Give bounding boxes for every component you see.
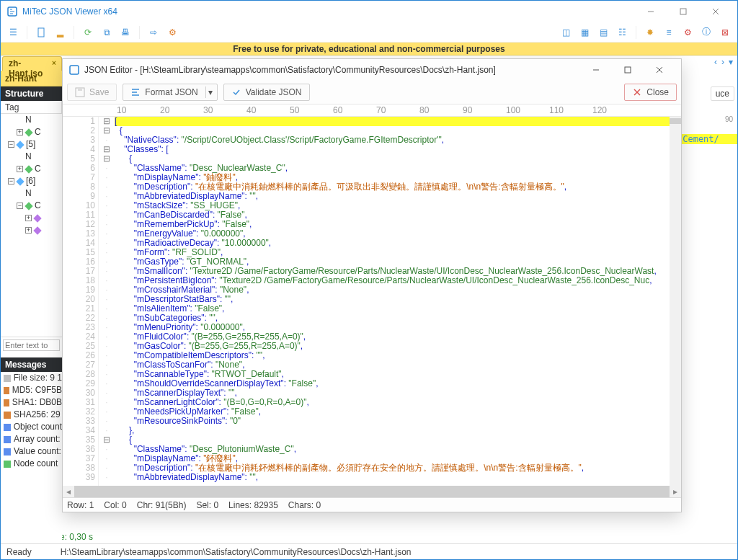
window-icon[interactable]: ◫: [558, 25, 574, 40]
tree-row[interactable]: +C: [1, 163, 62, 175]
tree-icon[interactable]: ☷: [614, 25, 630, 40]
close-icon: [632, 87, 642, 97]
tree-row[interactable]: −[5]: [1, 138, 62, 151]
message-item: File size: 9 1: [1, 372, 62, 384]
minimize-button[interactable]: [634, 1, 667, 22]
svg-rect-5: [38, 28, 44, 37]
editor-toolbar: Save Format JSON ▾ Validate JSON Close: [63, 81, 681, 101]
print-icon[interactable]: 🖶: [117, 25, 133, 40]
status-path: H:\SteamLibrary\steamapps\common\Satisfa…: [61, 547, 412, 557]
message-item: Value count:: [1, 445, 62, 458]
message-item: Object count: [1, 421, 62, 433]
tree-row[interactable]: +: [1, 212, 62, 224]
tree-row[interactable]: −[6]: [1, 175, 62, 187]
tab-prev-icon[interactable]: ‹: [714, 57, 717, 69]
status-col: Col: 0: [104, 500, 126, 510]
format-icon: [130, 87, 141, 97]
status-ready: Ready: [6, 547, 32, 557]
exit-icon[interactable]: ⊠: [717, 25, 733, 40]
tool-icon[interactable]: ⚙: [164, 25, 180, 40]
fold-gutter[interactable]: ⊟⊟·⊟⊟·····························⊟····: [99, 117, 115, 486]
main-statusbar: Ready H:\SteamLibrary\steamapps\common\S…: [1, 543, 737, 559]
validate-icon: [231, 87, 241, 97]
message-item: Array count:: [1, 433, 62, 445]
chevron-down-icon[interactable]: ▾: [205, 86, 215, 98]
app-icon: [6, 6, 18, 17]
horizontal-scrollbar[interactable]: ◂▸: [63, 486, 681, 497]
structure-header: Structure: [1, 86, 62, 101]
editor-minimize-button[interactable]: [580, 60, 612, 80]
svg-rect-12: [78, 88, 82, 91]
export-icon[interactable]: ⇨: [146, 25, 161, 40]
menu-icon[interactable]: ☰: [5, 25, 21, 40]
editor-maximize-button[interactable]: [612, 60, 644, 80]
main-toolbar: ☰ ▂ ⟳ ⧉ 🖶 ⇨ ⚙ ◫ ▦ ▤ ☷ ✸ ≡ ⚙ ⓘ ⊠: [1, 22, 737, 43]
tree-row[interactable]: N: [1, 151, 62, 163]
structure-tree[interactable]: N+C−[5]N+C−[6]N−C++: [1, 114, 62, 337]
grid-icon[interactable]: ▦: [577, 25, 592, 40]
editor-title: JSON Editor - [H:\SteamLibrary\steamapps…: [84, 65, 496, 75]
message-item: Node count: [1, 458, 62, 470]
svg-rect-8: [625, 67, 631, 73]
ruler-tick: 90: [725, 115, 733, 123]
star-icon[interactable]: ✸: [642, 25, 658, 40]
info-icon[interactable]: ⓘ: [698, 25, 714, 40]
svg-rect-2: [680, 9, 686, 14]
status-row: Row: 1: [67, 500, 94, 510]
layout-icon[interactable]: ▤: [595, 25, 611, 40]
gear-icon[interactable]: ⚙: [680, 25, 695, 40]
open-icon[interactable]: ▂: [52, 25, 68, 40]
editor-titlebar[interactable]: JSON Editor - [H:\SteamLibrary\steamapps…: [63, 59, 681, 81]
free-banner: Free to use for private, educational and…: [1, 43, 737, 55]
tree-row[interactable]: N: [1, 114, 62, 126]
messages-list: File size: 9 1MD5: C9F5BSHA1: DB0BSHA256…: [1, 372, 62, 470]
new-icon[interactable]: [33, 25, 49, 40]
highlighted-path: /Cement/: [676, 134, 737, 144]
format-json-button[interactable]: Format JSON ▾: [123, 84, 217, 101]
file-tab-label: zh-Hant.jso: [9, 58, 43, 79]
tab-menu-icon[interactable]: ▾: [729, 57, 733, 69]
close-editor-button[interactable]: Close: [624, 84, 677, 101]
tree-row[interactable]: N: [1, 187, 62, 200]
message-item: SHA256: 29: [1, 409, 62, 421]
vertical-scrollbar[interactable]: [670, 117, 681, 486]
status-lines: Lines: 82935: [228, 500, 278, 510]
left-panel: zh-Hant.jso × zh-Hant Structure Tag N+C−…: [1, 55, 62, 543]
save-button[interactable]: Save: [67, 84, 117, 101]
uce-button[interactable]: uce: [711, 86, 734, 101]
status-chars: Chars: 0: [288, 500, 321, 510]
save-icon: [75, 87, 85, 97]
editor-icon: [68, 64, 80, 76]
tab-next-icon[interactable]: ›: [721, 57, 724, 69]
message-item: SHA1: DB0B: [1, 396, 62, 409]
status-chr: Chr: 91(5Bh): [137, 500, 187, 510]
file-tab[interactable]: zh-Hant.jso ×: [2, 56, 62, 71]
status-sel: Sel: 0: [196, 500, 218, 510]
tree-row[interactable]: +C: [1, 126, 62, 138]
main-window: MiTeC JSON Viewer x64 ☰ ▂ ⟳ ⧉ 🖶 ⇨ ⚙ ◫ ▦ …: [0, 0, 738, 560]
filter-input[interactable]: [3, 339, 60, 351]
maximize-button[interactable]: [667, 1, 699, 22]
refresh-icon[interactable]: ⟳: [80, 25, 96, 40]
copy-icon[interactable]: ⧉: [99, 25, 115, 40]
validate-json-button[interactable]: Validate JSON: [223, 84, 310, 101]
close-icon[interactable]: ×: [50, 59, 58, 68]
editor-window: JSON Editor - [H:\SteamLibrary\steamapps…: [62, 58, 682, 512]
code-area[interactable]: [ { "NativeClass": "/Script/CoreUObject.…: [115, 117, 681, 486]
editor-close-button[interactable]: [644, 60, 675, 80]
right-strip: ‹ › ▾ uce 90 /Cement/: [676, 55, 737, 144]
main-titlebar[interactable]: MiTeC JSON Viewer x64: [1, 1, 737, 22]
messages-header: Messages: [1, 357, 62, 372]
parsing-time: Parsing time: 0,30 s: [1, 530, 737, 543]
message-item: MD5: C9F5B: [1, 384, 62, 396]
line-gutter: 1234567891011121314151617181920212223242…: [63, 117, 99, 486]
app-title: MiTeC JSON Viewer x64: [22, 6, 117, 17]
editor-statusbar: Row: 1 Col: 0 Chr: 91(5Bh) Sel: 0 Lines:…: [63, 497, 681, 512]
close-button[interactable]: [699, 1, 732, 22]
tree-row[interactable]: +: [1, 224, 62, 236]
svg-rect-6: [70, 66, 79, 74]
col-tag: Tag: [1, 101, 62, 113]
settings-icon[interactable]: ≡: [661, 25, 677, 40]
editor-ruler: 102030405060708090100110120: [63, 104, 681, 117]
tree-row[interactable]: −C: [1, 200, 62, 212]
